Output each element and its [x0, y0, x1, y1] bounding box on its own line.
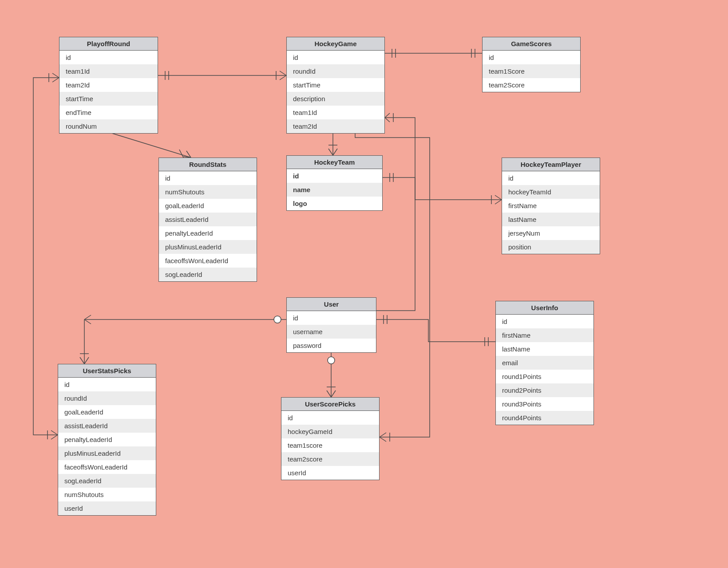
field: team1Id [287, 106, 384, 119]
field: team2score [281, 452, 379, 466]
field: plusMinusLeaderId [159, 240, 257, 254]
svg-line-49 [52, 73, 59, 78]
svg-point-35 [328, 357, 335, 364]
entity-header: UserStatsPicks [58, 364, 156, 378]
svg-line-3 [280, 71, 286, 75]
field: faceoffsWonLeaderId [159, 254, 257, 268]
field: roundId [58, 391, 156, 405]
field: team1Score [483, 64, 580, 78]
field: id [281, 411, 379, 425]
field: lastName [502, 213, 600, 226]
field: roundNum [59, 119, 158, 133]
field: assistLeaderId [159, 213, 257, 226]
field: team1Id [59, 64, 158, 78]
entity-user-stats-picks: UserStatsPicks id roundId goalLeaderId a… [58, 364, 156, 516]
svg-line-24 [495, 195, 502, 200]
field: lastName [496, 342, 593, 356]
field: id [287, 169, 382, 183]
entity-header: RoundStats [159, 158, 257, 171]
field: round3Points [496, 397, 593, 411]
field: id [58, 378, 156, 391]
field: logo [287, 197, 382, 210]
entity-hockey-team: HockeyTeam id name logo [286, 155, 383, 211]
svg-point-28 [274, 316, 281, 323]
field: name [287, 183, 382, 197]
svg-line-25 [495, 200, 502, 204]
field: round1Points [496, 370, 593, 383]
field: roundId [287, 64, 384, 78]
field: userId [281, 466, 379, 480]
entity-user: User id username password [286, 297, 376, 353]
field: password [287, 339, 376, 352]
svg-line-57 [380, 433, 386, 437]
svg-line-37 [331, 390, 336, 397]
field: userId [58, 501, 156, 515]
svg-line-36 [327, 390, 331, 397]
field: team2Id [287, 119, 384, 133]
svg-line-31 [80, 357, 84, 364]
svg-line-53 [51, 435, 58, 439]
svg-line-50 [52, 78, 59, 82]
field: penaltyLeaderId [58, 433, 156, 446]
entity-user-info: UserInfo id firstName lastName email rou… [495, 301, 594, 425]
field: team2Score [483, 78, 580, 92]
entity-header: User [287, 298, 376, 311]
svg-line-30 [84, 320, 91, 324]
entity-user-score-picks: UserScorePicks id hockeyGameId team1scor… [281, 397, 380, 480]
entity-round-stats: RoundStats id numShutouts goalLeaderId a… [158, 158, 257, 282]
svg-line-18 [333, 149, 337, 155]
field: jerseyNum [502, 226, 600, 240]
field: id [483, 51, 580, 64]
field: email [496, 356, 593, 370]
field: penaltyLeaderId [159, 226, 257, 240]
field: team2Id [59, 78, 158, 92]
field: id [287, 311, 376, 325]
field: round4Points [496, 411, 593, 425]
field: goalLeaderId [58, 405, 156, 419]
field: assistLeaderId [58, 419, 156, 433]
field: id [496, 315, 593, 328]
field: endTime [59, 106, 158, 119]
entity-header: GameScores [483, 37, 580, 51]
field: startTime [287, 78, 384, 92]
field: id [502, 171, 600, 185]
field: faceoffsWonLeaderId [58, 460, 156, 474]
entity-hockey-team-player: HockeyTeamPlayer id hockeyTeamId firstNa… [502, 158, 600, 254]
field: numShutouts [159, 185, 257, 199]
field: plusMinusLeaderId [58, 446, 156, 460]
field: description [287, 92, 384, 106]
entity-header: HockeyTeamPlayer [502, 158, 600, 171]
svg-line-29 [84, 315, 91, 320]
svg-line-58 [380, 437, 386, 442]
field: hockeyTeamId [502, 185, 600, 199]
field: id [159, 171, 257, 185]
svg-line-52 [51, 430, 58, 435]
svg-line-17 [328, 149, 333, 155]
svg-line-32 [84, 357, 89, 364]
field: sogLeaderId [58, 474, 156, 488]
field: sogLeaderId [159, 268, 257, 281]
field: round2Points [496, 383, 593, 397]
er-diagram-canvas: PlayoffRound id team1Id team2Id startTim… [0, 0, 728, 568]
entity-hockey-game: HockeyGame id roundId startTime descript… [286, 37, 385, 134]
entity-header: PlayoffRound [59, 37, 158, 51]
svg-line-44 [385, 118, 390, 122]
svg-line-15 [179, 150, 184, 158]
svg-line-13 [186, 151, 191, 158]
field: position [502, 240, 600, 254]
entity-header: UserScorePicks [281, 398, 379, 411]
field: username [287, 325, 376, 339]
svg-line-43 [385, 113, 390, 118]
field: firstName [496, 328, 593, 342]
field: numShutouts [58, 488, 156, 501]
entity-header: HockeyGame [287, 37, 384, 51]
field: startTime [59, 92, 158, 106]
entity-playoff-round: PlayoffRound id team1Id team2Id startTim… [59, 37, 158, 134]
field: id [59, 51, 158, 64]
field: id [287, 51, 384, 64]
svg-line-4 [280, 75, 286, 80]
field: goalLeaderId [159, 199, 257, 213]
field: team1score [281, 438, 379, 452]
field: firstName [502, 199, 600, 213]
field: hockeyGameId [281, 425, 379, 438]
